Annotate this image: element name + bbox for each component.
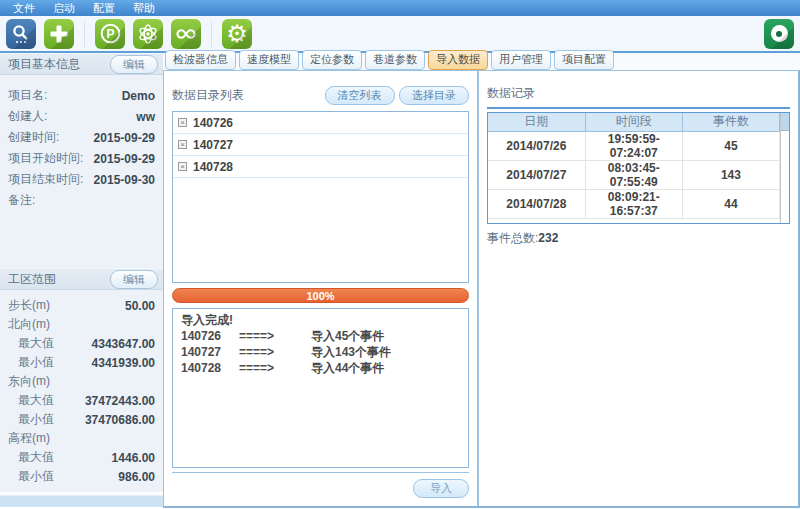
field-elevation-max: 最大值 1446.00 xyxy=(0,448,163,467)
infinity-icon[interactable] xyxy=(171,19,201,49)
records-table: 日期 时间段 事件数 2014/07/26 19:59:59-07:24:07 xyxy=(487,112,790,224)
field-east-group: 东向(m) xyxy=(0,372,163,391)
search-icon[interactable] xyxy=(6,19,36,49)
field-creator: 创建人: ww xyxy=(0,106,163,127)
settings-gear-icon[interactable]: ⚙ xyxy=(222,19,252,49)
table-row[interactable]: 2014/07/28 08:09:21-16:57:37 44 xyxy=(488,189,780,218)
clear-list-button[interactable]: 清空列表 xyxy=(325,86,395,105)
remove-directory-icon[interactable]: × xyxy=(178,162,187,171)
log-entry: 140726 ====> 导入45个事件 xyxy=(181,328,460,344)
field-project-name: 项目名: Demo xyxy=(0,85,163,106)
import-progress-bar: 100% xyxy=(172,288,469,303)
remove-directory-icon[interactable]: × xyxy=(178,118,187,127)
select-directory-button[interactable]: 选择目录 xyxy=(399,86,469,105)
toolbar-separator xyxy=(84,21,85,47)
field-east-max: 最大值 37472443.00 xyxy=(0,391,163,410)
work-area-fields: 步长(m) 50.00 北向(m) 最大值 4343647.00 最小值 434… xyxy=(0,290,163,492)
work-area-title: 工区范围 xyxy=(8,271,56,288)
field-north-min: 最小值 4341939.00 xyxy=(0,353,163,372)
tab-detector-info[interactable]: 检波器信息 xyxy=(165,50,236,70)
atom-icon[interactable] xyxy=(133,19,163,49)
directory-list-label: 数据目录列表 xyxy=(172,87,244,104)
atom-glyph xyxy=(136,22,160,46)
field-north-group: 北向(m) xyxy=(0,315,163,334)
field-elevation-min: 最小值 986.00 xyxy=(0,467,163,486)
content-area: 项目基本信息 编辑 项目名: Demo 创建人: ww 创建时间: 2015-0… xyxy=(0,51,800,492)
header-event-count[interactable]: 事件数 xyxy=(682,113,779,131)
directory-name: 140726 xyxy=(193,116,233,130)
toolbar-separator xyxy=(211,21,212,47)
work-area-edit-button[interactable]: 编辑 xyxy=(110,270,158,289)
tab-user-management[interactable]: 用户管理 xyxy=(491,50,551,70)
header-date[interactable]: 日期 xyxy=(488,113,585,131)
records-title-rule xyxy=(487,107,790,109)
record-disc-glyph xyxy=(771,25,788,42)
menu-start[interactable]: 启动 xyxy=(44,1,84,16)
import-log: 导入完成! 140726 ====> 导入45个事件 140727 ====> … xyxy=(172,308,469,468)
progress-percent: 100% xyxy=(306,290,334,302)
data-records-panel: 数据记录 日期 时间段 事件数 xyxy=(479,71,798,506)
records-title: 数据记录 xyxy=(487,85,790,102)
directory-item[interactable]: × 140726 xyxy=(173,112,468,134)
plus-glyph xyxy=(48,23,70,45)
import-data-panel: 数据目录列表 清空列表 选择目录 × 140726 × 1 xyxy=(164,71,479,506)
tab-location-params[interactable]: 定位参数 xyxy=(302,50,362,70)
infinity-glyph xyxy=(174,22,198,46)
svg-text:P: P xyxy=(106,27,114,41)
import-footer: 导入 xyxy=(172,472,469,498)
field-start-time: 项目开始时间: 2015-09-29 xyxy=(0,148,163,169)
table-header-row: 日期 时间段 事件数 xyxy=(488,113,780,131)
toolbar: P ⚙ xyxy=(0,16,800,51)
table-scrollbar[interactable] xyxy=(780,113,789,223)
event-total: 事件总数:232 xyxy=(487,230,790,247)
field-remark: 备注: xyxy=(0,190,163,211)
p-circle-glyph: P xyxy=(99,22,122,45)
tab-tunnel-params[interactable]: 巷道参数 xyxy=(365,50,425,70)
field-elevation-group: 高程(m) xyxy=(0,429,163,448)
project-info-header: 项目基本信息 编辑 xyxy=(0,53,163,75)
tab-project-config[interactable]: 项目配置 xyxy=(554,50,614,70)
field-create-time: 创建时间: 2015-09-29 xyxy=(0,127,163,148)
log-done-line: 导入完成! xyxy=(181,312,460,328)
tab-velocity-model[interactable]: 速度模型 xyxy=(239,50,299,70)
project-info-fields: 项目名: Demo 创建人: ww 创建时间: 2015-09-29 项目开始时… xyxy=(0,75,163,211)
menu-config[interactable]: 配置 xyxy=(84,1,124,16)
p-wave-icon[interactable]: P xyxy=(95,19,125,49)
directory-name: 140727 xyxy=(193,138,233,152)
main-area: 检波器信息 速度模型 定位参数 巷道参数 导入数据 用户管理 项目配置 数据目录… xyxy=(163,53,800,492)
gear-glyph: ⚙ xyxy=(226,19,248,49)
log-entry: 140728 ====> 导入44个事件 xyxy=(181,360,460,376)
field-step: 步长(m) 50.00 xyxy=(0,296,163,315)
project-info-edit-button[interactable]: 编辑 xyxy=(110,55,158,74)
directory-name: 140728 xyxy=(193,160,233,174)
directory-item[interactable]: × 140728 xyxy=(173,156,468,178)
tab-import-data[interactable]: 导入数据 xyxy=(428,50,488,70)
remove-directory-icon[interactable]: × xyxy=(178,140,187,149)
field-east-min: 最小值 37470686.00 xyxy=(0,410,163,429)
magnifier-glyph xyxy=(10,23,32,45)
field-north-max: 最大值 4343647.00 xyxy=(0,334,163,353)
menu-file[interactable]: 文件 xyxy=(4,1,44,16)
directory-item[interactable]: × 140727 xyxy=(173,134,468,156)
table-row[interactable]: 2014/07/26 19:59:59-07:24:07 45 xyxy=(488,131,780,160)
directory-list: × 140726 × 140727 × 140728 xyxy=(172,111,469,283)
field-end-time: 项目结束时间: 2015-09-30 xyxy=(0,169,163,190)
record-icon[interactable] xyxy=(764,19,794,49)
import-button[interactable]: 导入 xyxy=(413,479,469,498)
menu-help[interactable]: 帮助 xyxy=(124,1,164,16)
project-sidebar: 项目基本信息 编辑 项目名: Demo 创建人: ww 创建时间: 2015-0… xyxy=(0,53,163,492)
menubar: 文件 启动 配置 帮助 xyxy=(0,0,800,16)
add-icon[interactable] xyxy=(44,19,74,49)
project-info-title: 项目基本信息 xyxy=(8,56,80,73)
tabbar: 检波器信息 速度模型 定位参数 巷道参数 导入数据 用户管理 项目配置 xyxy=(163,53,800,70)
app-window: 文件 启动 配置 帮助 P xyxy=(0,0,800,509)
header-time-range[interactable]: 时间段 xyxy=(585,113,682,131)
work-area-header: 工区范围 编辑 xyxy=(0,268,163,290)
table-row[interactable]: 2014/07/27 08:03:45-07:55:49 143 xyxy=(488,160,780,189)
log-entry: 140727 ====> 导入143个事件 xyxy=(181,344,460,360)
tab-content: 数据目录列表 清空列表 选择目录 × 140726 × 1 xyxy=(163,70,800,508)
